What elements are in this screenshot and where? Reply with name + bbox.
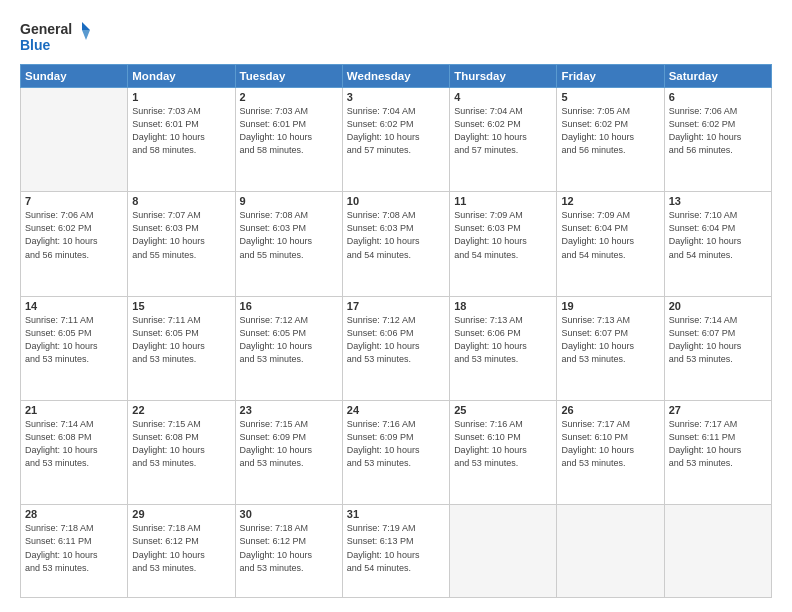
- logo: General Blue: [20, 18, 90, 56]
- day-info: Sunrise: 7:16 AM Sunset: 6:10 PM Dayligh…: [454, 418, 552, 470]
- calendar-cell: 7Sunrise: 7:06 AM Sunset: 6:02 PM Daylig…: [21, 192, 128, 296]
- weekday-header-friday: Friday: [557, 65, 664, 88]
- svg-text:General: General: [20, 21, 72, 37]
- calendar-cell: 23Sunrise: 7:15 AM Sunset: 6:09 PM Dayli…: [235, 401, 342, 505]
- calendar-cell: 6Sunrise: 7:06 AM Sunset: 6:02 PM Daylig…: [664, 88, 771, 192]
- day-info: Sunrise: 7:18 AM Sunset: 6:12 PM Dayligh…: [132, 522, 230, 574]
- day-info: Sunrise: 7:17 AM Sunset: 6:10 PM Dayligh…: [561, 418, 659, 470]
- week-row-5: 28Sunrise: 7:18 AM Sunset: 6:11 PM Dayli…: [21, 505, 772, 598]
- day-info: Sunrise: 7:19 AM Sunset: 6:13 PM Dayligh…: [347, 522, 445, 574]
- day-number: 7: [25, 195, 123, 207]
- day-info: Sunrise: 7:18 AM Sunset: 6:12 PM Dayligh…: [240, 522, 338, 574]
- day-number: 18: [454, 300, 552, 312]
- calendar-cell: 24Sunrise: 7:16 AM Sunset: 6:09 PM Dayli…: [342, 401, 449, 505]
- weekday-header-thursday: Thursday: [450, 65, 557, 88]
- weekday-header-row: SundayMondayTuesdayWednesdayThursdayFrid…: [21, 65, 772, 88]
- calendar-cell: 21Sunrise: 7:14 AM Sunset: 6:08 PM Dayli…: [21, 401, 128, 505]
- day-number: 8: [132, 195, 230, 207]
- day-number: 29: [132, 508, 230, 520]
- weekday-header-wednesday: Wednesday: [342, 65, 449, 88]
- calendar-cell: 14Sunrise: 7:11 AM Sunset: 6:05 PM Dayli…: [21, 296, 128, 400]
- day-info: Sunrise: 7:15 AM Sunset: 6:08 PM Dayligh…: [132, 418, 230, 470]
- day-info: Sunrise: 7:10 AM Sunset: 6:04 PM Dayligh…: [669, 209, 767, 261]
- calendar-cell: 19Sunrise: 7:13 AM Sunset: 6:07 PM Dayli…: [557, 296, 664, 400]
- calendar-cell: 25Sunrise: 7:16 AM Sunset: 6:10 PM Dayli…: [450, 401, 557, 505]
- day-number: 17: [347, 300, 445, 312]
- day-number: 20: [669, 300, 767, 312]
- day-number: 24: [347, 404, 445, 416]
- day-info: Sunrise: 7:13 AM Sunset: 6:06 PM Dayligh…: [454, 314, 552, 366]
- calendar-cell: [21, 88, 128, 192]
- day-info: Sunrise: 7:16 AM Sunset: 6:09 PM Dayligh…: [347, 418, 445, 470]
- calendar-cell: 3Sunrise: 7:04 AM Sunset: 6:02 PM Daylig…: [342, 88, 449, 192]
- day-number: 31: [347, 508, 445, 520]
- day-info: Sunrise: 7:03 AM Sunset: 6:01 PM Dayligh…: [240, 105, 338, 157]
- day-number: 28: [25, 508, 123, 520]
- calendar-cell: 11Sunrise: 7:09 AM Sunset: 6:03 PM Dayli…: [450, 192, 557, 296]
- day-number: 3: [347, 91, 445, 103]
- calendar-cell: [664, 505, 771, 598]
- calendar-cell: 2Sunrise: 7:03 AM Sunset: 6:01 PM Daylig…: [235, 88, 342, 192]
- svg-marker-2: [82, 22, 90, 30]
- day-info: Sunrise: 7:05 AM Sunset: 6:02 PM Dayligh…: [561, 105, 659, 157]
- day-info: Sunrise: 7:18 AM Sunset: 6:11 PM Dayligh…: [25, 522, 123, 574]
- day-number: 30: [240, 508, 338, 520]
- day-info: Sunrise: 7:07 AM Sunset: 6:03 PM Dayligh…: [132, 209, 230, 261]
- day-info: Sunrise: 7:09 AM Sunset: 6:03 PM Dayligh…: [454, 209, 552, 261]
- weekday-header-saturday: Saturday: [664, 65, 771, 88]
- week-row-2: 7Sunrise: 7:06 AM Sunset: 6:02 PM Daylig…: [21, 192, 772, 296]
- svg-text:Blue: Blue: [20, 37, 51, 53]
- day-number: 11: [454, 195, 552, 207]
- day-info: Sunrise: 7:14 AM Sunset: 6:08 PM Dayligh…: [25, 418, 123, 470]
- day-info: Sunrise: 7:09 AM Sunset: 6:04 PM Dayligh…: [561, 209, 659, 261]
- calendar-cell: 18Sunrise: 7:13 AM Sunset: 6:06 PM Dayli…: [450, 296, 557, 400]
- weekday-header-monday: Monday: [128, 65, 235, 88]
- calendar-cell: 8Sunrise: 7:07 AM Sunset: 6:03 PM Daylig…: [128, 192, 235, 296]
- day-number: 14: [25, 300, 123, 312]
- day-info: Sunrise: 7:12 AM Sunset: 6:05 PM Dayligh…: [240, 314, 338, 366]
- day-info: Sunrise: 7:08 AM Sunset: 6:03 PM Dayligh…: [347, 209, 445, 261]
- week-row-1: 1Sunrise: 7:03 AM Sunset: 6:01 PM Daylig…: [21, 88, 772, 192]
- calendar-cell: 9Sunrise: 7:08 AM Sunset: 6:03 PM Daylig…: [235, 192, 342, 296]
- day-info: Sunrise: 7:06 AM Sunset: 6:02 PM Dayligh…: [25, 209, 123, 261]
- calendar-cell: 22Sunrise: 7:15 AM Sunset: 6:08 PM Dayli…: [128, 401, 235, 505]
- day-info: Sunrise: 7:03 AM Sunset: 6:01 PM Dayligh…: [132, 105, 230, 157]
- calendar-cell: 29Sunrise: 7:18 AM Sunset: 6:12 PM Dayli…: [128, 505, 235, 598]
- day-number: 27: [669, 404, 767, 416]
- calendar-cell: 31Sunrise: 7:19 AM Sunset: 6:13 PM Dayli…: [342, 505, 449, 598]
- page: General Blue SundayMondayTuesdayWednesda…: [0, 0, 792, 612]
- calendar-cell: 13Sunrise: 7:10 AM Sunset: 6:04 PM Dayli…: [664, 192, 771, 296]
- header: General Blue: [20, 18, 772, 56]
- day-info: Sunrise: 7:11 AM Sunset: 6:05 PM Dayligh…: [132, 314, 230, 366]
- calendar-cell: 15Sunrise: 7:11 AM Sunset: 6:05 PM Dayli…: [128, 296, 235, 400]
- week-row-3: 14Sunrise: 7:11 AM Sunset: 6:05 PM Dayli…: [21, 296, 772, 400]
- day-info: Sunrise: 7:08 AM Sunset: 6:03 PM Dayligh…: [240, 209, 338, 261]
- calendar-cell: 1Sunrise: 7:03 AM Sunset: 6:01 PM Daylig…: [128, 88, 235, 192]
- svg-marker-3: [82, 30, 90, 40]
- day-number: 26: [561, 404, 659, 416]
- day-info: Sunrise: 7:04 AM Sunset: 6:02 PM Dayligh…: [454, 105, 552, 157]
- calendar-cell: 5Sunrise: 7:05 AM Sunset: 6:02 PM Daylig…: [557, 88, 664, 192]
- calendar-cell: 10Sunrise: 7:08 AM Sunset: 6:03 PM Dayli…: [342, 192, 449, 296]
- day-number: 15: [132, 300, 230, 312]
- calendar-cell: 12Sunrise: 7:09 AM Sunset: 6:04 PM Dayli…: [557, 192, 664, 296]
- day-number: 6: [669, 91, 767, 103]
- day-number: 4: [454, 91, 552, 103]
- day-info: Sunrise: 7:13 AM Sunset: 6:07 PM Dayligh…: [561, 314, 659, 366]
- weekday-header-tuesday: Tuesday: [235, 65, 342, 88]
- day-info: Sunrise: 7:12 AM Sunset: 6:06 PM Dayligh…: [347, 314, 445, 366]
- day-number: 2: [240, 91, 338, 103]
- calendar-cell: 17Sunrise: 7:12 AM Sunset: 6:06 PM Dayli…: [342, 296, 449, 400]
- day-number: 23: [240, 404, 338, 416]
- day-info: Sunrise: 7:11 AM Sunset: 6:05 PM Dayligh…: [25, 314, 123, 366]
- logo-svg: General Blue: [20, 18, 90, 56]
- day-info: Sunrise: 7:14 AM Sunset: 6:07 PM Dayligh…: [669, 314, 767, 366]
- calendar-cell: 27Sunrise: 7:17 AM Sunset: 6:11 PM Dayli…: [664, 401, 771, 505]
- day-number: 13: [669, 195, 767, 207]
- day-number: 25: [454, 404, 552, 416]
- day-number: 16: [240, 300, 338, 312]
- calendar-cell: 4Sunrise: 7:04 AM Sunset: 6:02 PM Daylig…: [450, 88, 557, 192]
- day-info: Sunrise: 7:06 AM Sunset: 6:02 PM Dayligh…: [669, 105, 767, 157]
- calendar-cell: [557, 505, 664, 598]
- day-info: Sunrise: 7:04 AM Sunset: 6:02 PM Dayligh…: [347, 105, 445, 157]
